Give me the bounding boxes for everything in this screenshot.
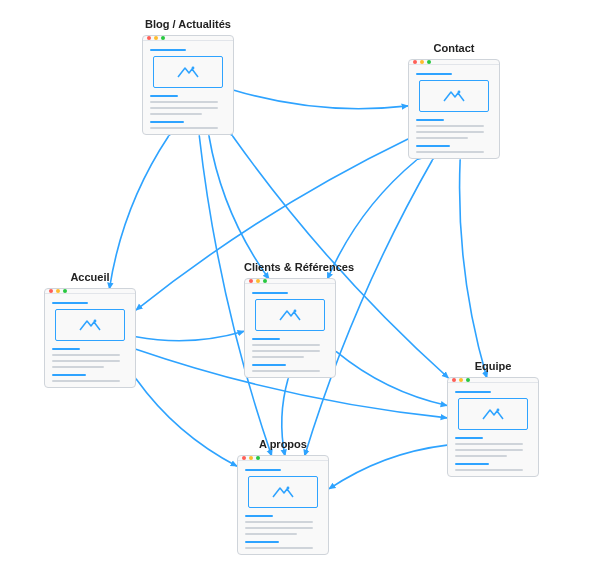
close-dot-icon bbox=[249, 279, 253, 283]
wireframe-accueil bbox=[44, 288, 136, 388]
text-line-icon bbox=[52, 354, 120, 356]
link-blog-accueil bbox=[109, 136, 168, 289]
heading-line-icon bbox=[455, 391, 491, 393]
wireframe-body-icon bbox=[409, 65, 499, 160]
link-equipe-apropos bbox=[329, 445, 447, 489]
close-dot-icon bbox=[49, 289, 53, 293]
close-dot-icon bbox=[242, 456, 246, 460]
text-line-icon bbox=[416, 125, 484, 127]
subheading-line-icon bbox=[150, 95, 178, 97]
wireframe-body-icon bbox=[238, 461, 328, 556]
node-label-apropos: A propos bbox=[237, 438, 329, 450]
image-placeholder-icon bbox=[255, 299, 325, 331]
svg-point-2 bbox=[94, 320, 97, 323]
max-dot-icon bbox=[466, 378, 470, 382]
image-placeholder-icon bbox=[153, 56, 223, 88]
heading-line-icon bbox=[416, 73, 452, 75]
subheading-line-icon bbox=[252, 364, 286, 366]
wireframe-equipe bbox=[447, 377, 539, 477]
text-line-icon bbox=[252, 350, 320, 352]
link-blog-clients bbox=[209, 136, 269, 279]
node-label-blog: Blog / Actualités bbox=[142, 18, 234, 30]
text-line-icon bbox=[252, 356, 304, 358]
text-line-icon bbox=[416, 137, 468, 139]
close-dot-icon bbox=[413, 60, 417, 64]
text-line-icon bbox=[150, 113, 202, 115]
subheading-line-icon bbox=[455, 437, 483, 439]
image-placeholder-icon bbox=[248, 476, 318, 508]
link-clients-equipe bbox=[336, 351, 447, 405]
link-blog-contact bbox=[234, 90, 408, 109]
text-line-icon bbox=[245, 527, 313, 529]
wireframe-contact bbox=[408, 59, 500, 159]
svg-point-1 bbox=[458, 91, 461, 94]
close-dot-icon bbox=[452, 378, 456, 382]
text-line-icon bbox=[416, 131, 484, 133]
wireframe-blog bbox=[142, 35, 234, 135]
heading-line-icon bbox=[245, 469, 281, 471]
sitemap-diagram: Blog / ActualitésContactAccueilClients &… bbox=[0, 0, 600, 577]
node-label-contact: Contact bbox=[408, 42, 500, 54]
node-accueil: Accueil bbox=[44, 271, 136, 388]
text-line-icon bbox=[252, 370, 320, 372]
text-line-icon bbox=[150, 107, 218, 109]
node-apropos: A propos bbox=[237, 438, 329, 555]
subheading-line-icon bbox=[416, 119, 444, 121]
heading-line-icon bbox=[150, 49, 186, 51]
svg-point-0 bbox=[192, 67, 195, 70]
wireframe-body-icon bbox=[143, 41, 233, 136]
text-line-icon bbox=[245, 521, 313, 523]
subheading-line-icon bbox=[252, 338, 280, 340]
heading-line-icon bbox=[52, 302, 88, 304]
svg-point-3 bbox=[294, 310, 297, 313]
node-blog: Blog / Actualités bbox=[142, 18, 234, 135]
min-dot-icon bbox=[249, 456, 253, 460]
text-line-icon bbox=[455, 455, 507, 457]
node-contact: Contact bbox=[408, 42, 500, 159]
max-dot-icon bbox=[263, 279, 267, 283]
text-line-icon bbox=[455, 443, 523, 445]
svg-point-5 bbox=[287, 487, 290, 490]
text-line-icon bbox=[150, 101, 218, 103]
text-line-icon bbox=[52, 380, 120, 382]
max-dot-icon bbox=[256, 456, 260, 460]
node-label-accueil: Accueil bbox=[44, 271, 136, 283]
subheading-line-icon bbox=[52, 348, 80, 350]
max-dot-icon bbox=[63, 289, 67, 293]
min-dot-icon bbox=[459, 378, 463, 382]
close-dot-icon bbox=[147, 36, 151, 40]
text-line-icon bbox=[416, 151, 484, 153]
node-clients: Clients & Références bbox=[244, 261, 336, 378]
wireframe-body-icon bbox=[448, 383, 538, 478]
text-line-icon bbox=[245, 533, 297, 535]
min-dot-icon bbox=[154, 36, 158, 40]
min-dot-icon bbox=[420, 60, 424, 64]
image-placeholder-icon bbox=[458, 398, 528, 430]
link-contact-equipe bbox=[460, 160, 487, 378]
image-placeholder-icon bbox=[419, 80, 489, 112]
text-line-icon bbox=[52, 360, 120, 362]
subheading-line-icon bbox=[455, 463, 489, 465]
text-line-icon bbox=[252, 344, 320, 346]
link-accueil-clients bbox=[136, 331, 244, 340]
subheading-line-icon bbox=[150, 121, 184, 123]
text-line-icon bbox=[455, 469, 523, 471]
max-dot-icon bbox=[427, 60, 431, 64]
wireframe-apropos bbox=[237, 455, 329, 555]
max-dot-icon bbox=[161, 36, 165, 40]
min-dot-icon bbox=[56, 289, 60, 293]
text-line-icon bbox=[52, 366, 104, 368]
subheading-line-icon bbox=[245, 541, 279, 543]
text-line-icon bbox=[150, 127, 218, 129]
subheading-line-icon bbox=[245, 515, 273, 517]
wireframe-body-icon bbox=[45, 294, 135, 389]
subheading-line-icon bbox=[416, 145, 450, 147]
image-placeholder-icon bbox=[55, 309, 125, 341]
subheading-line-icon bbox=[52, 374, 86, 376]
heading-line-icon bbox=[252, 292, 288, 294]
wireframe-clients bbox=[244, 278, 336, 378]
svg-point-4 bbox=[497, 409, 500, 412]
node-label-equipe: Equipe bbox=[447, 360, 539, 372]
min-dot-icon bbox=[256, 279, 260, 283]
text-line-icon bbox=[455, 449, 523, 451]
